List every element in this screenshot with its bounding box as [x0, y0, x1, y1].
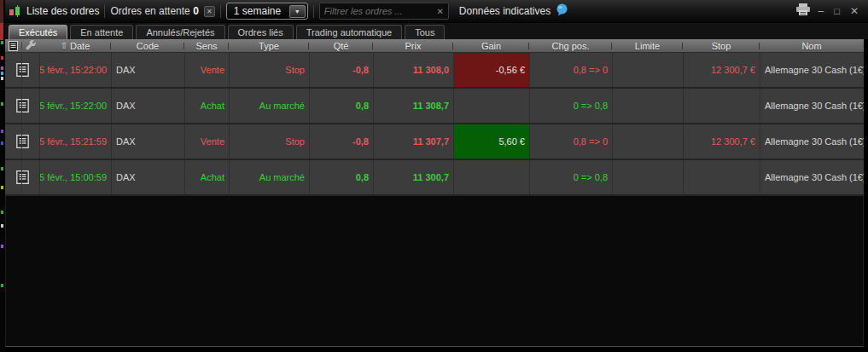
column-header-type[interactable]: Type — [229, 39, 309, 52]
cell-sens: Vente — [184, 53, 229, 87]
cell-code: DAX — [111, 53, 184, 87]
tab-bar: Exécutés En attente Annulés/Rejetés Ordr… — [0, 23, 868, 39]
pending-orders-label: Ordres en attente 0 — [110, 5, 198, 17]
cell-nom: Allemagne 30 Cash (1€) — [760, 160, 864, 194]
document-icon[interactable] — [5, 160, 39, 194]
filter-input[interactable] — [324, 6, 437, 16]
clear-filter-icon[interactable]: ✕ — [436, 7, 443, 16]
window-left-edge — [0, 0, 5, 352]
cell-prix: 11 308,7 — [373, 89, 453, 123]
cell-stop: 12 300,7 € — [683, 53, 760, 87]
cell-nom: Allemagne 30 Cash (1€) — [760, 53, 864, 87]
cell-sens: Achat — [184, 89, 229, 123]
divider — [104, 5, 105, 18]
tab-tous[interactable]: Tous — [405, 25, 445, 39]
empty-table-area — [5, 196, 864, 347]
cell-prix: 11 308,0 — [373, 53, 453, 87]
table-row[interactable]: 5 févr., 15:00:59 DAX Achat Au marché 0,… — [5, 160, 864, 196]
tab-ordres-lies[interactable]: Ordres liés — [228, 25, 294, 39]
cell-gain — [453, 89, 529, 123]
column-header-gain[interactable]: Gain — [453, 39, 529, 52]
cell-code: DAX — [111, 160, 184, 194]
column-header-code[interactable]: Code — [111, 39, 184, 52]
cell-gain — [453, 160, 529, 194]
cell-type: Au marché — [229, 89, 309, 123]
column-header-prix[interactable]: Prix — [373, 39, 453, 52]
column-header-limite[interactable]: Limite — [612, 39, 683, 52]
document-icon[interactable] — [5, 53, 39, 87]
tab-executes[interactable]: Exécutés — [9, 25, 67, 39]
cell-nom: Allemagne 30 Cash (1€) — [760, 124, 864, 159]
filter-input-wrap: ✕ — [319, 3, 449, 20]
cell-code: DAX — [111, 89, 184, 123]
document-icon[interactable] — [5, 89, 39, 123]
divider — [313, 5, 314, 18]
maximize-button[interactable]: □ — [831, 7, 842, 16]
cell-prix: 11 307,7 — [373, 124, 453, 159]
cell-qte: -0,8 — [309, 124, 373, 159]
cell-type: Stop — [229, 124, 309, 159]
cell-type: Stop — [229, 53, 309, 87]
column-header-chg-pos[interactable]: Chg pos. — [529, 39, 612, 52]
cell-chg-pos: 0,8 => 0 — [529, 53, 612, 87]
window-title: Liste des ordres — [26, 5, 99, 17]
cell-date: 5 févr., 15:00:59 — [39, 160, 111, 194]
chevron-down-icon[interactable]: ▼ — [289, 5, 306, 18]
cell-qte: -0,8 — [309, 53, 373, 87]
cell-stop — [683, 160, 760, 194]
cell-gain: 5,60 € — [453, 124, 529, 159]
cell-stop — [683, 89, 760, 123]
minimize-button[interactable]: – — [816, 6, 827, 16]
cell-chg-pos: 0 => 0,8 — [529, 89, 612, 123]
tab-trading-automatique[interactable]: Trading automatique — [296, 25, 403, 39]
cell-stop: 12 300,7 € — [683, 124, 760, 159]
cell-qte: 0,8 — [309, 89, 373, 123]
table-row[interactable]: 5 févr., 15:22:00 DAX Vente Stop -0,8 11… — [5, 53, 864, 89]
divider — [220, 5, 221, 18]
cell-code: DAX — [111, 124, 184, 159]
indicative-data-label: Données indicatives — [459, 5, 551, 17]
print-icon[interactable] — [795, 3, 811, 20]
document-icon — [9, 41, 18, 51]
tab-en-attente[interactable]: En attente — [70, 25, 133, 39]
cell-gain: -0,56 € — [453, 53, 529, 87]
cell-qte: 0,8 — [309, 160, 373, 194]
cell-date: 5 févr., 15:22:00 — [39, 89, 111, 123]
divider — [21, 42, 22, 49]
column-header-date[interactable]: ⇧Date — [39, 39, 111, 52]
sort-ascending-icon: ⇧ — [61, 41, 67, 50]
close-button[interactable]: ✕ — [848, 6, 861, 16]
column-header-qte[interactable]: Qté — [309, 39, 373, 52]
chat-bubble-icon — [556, 3, 568, 20]
table-header: ⇧Date Code Sens Type Qté Prix Gain Chg p… — [5, 39, 864, 53]
cell-sens: Vente — [184, 124, 229, 159]
header-icons — [5, 39, 39, 52]
table-row[interactable]: 5 févr., 15:22:00 DAX Achat Au marché 0,… — [5, 89, 864, 124]
pending-clear-icon[interactable]: ✕ — [204, 6, 215, 17]
cell-date: 5 févr., 15:22:00 — [39, 53, 111, 87]
cell-limite — [612, 160, 683, 194]
cell-sens: Achat — [184, 160, 229, 194]
period-dropdown-value: 1 semaine — [234, 5, 281, 17]
titlebar: Liste des ordres Ordres en attente 0 ✕ 1… — [0, 0, 868, 23]
cell-date: 5 févr., 15:21:59 — [39, 124, 111, 159]
cell-type: Au marché — [229, 160, 309, 194]
wrench-icon[interactable] — [26, 40, 37, 51]
cell-limite — [612, 53, 683, 87]
pending-orders-count: 0 — [193, 5, 199, 17]
cell-nom: Allemagne 30 Cash (1€) — [760, 89, 864, 123]
orders-window: Liste des ordres Ordres en attente 0 ✕ 1… — [0, 0, 868, 352]
tab-annules-rejetes[interactable]: Annulés/Rejetés — [136, 25, 224, 39]
period-dropdown[interactable]: 1 semaine ▼ — [226, 3, 308, 20]
cell-limite — [612, 89, 683, 123]
cell-prix: 11 300,7 — [373, 160, 453, 194]
column-header-nom[interactable]: Nom — [760, 39, 864, 52]
document-icon[interactable] — [5, 124, 39, 159]
column-header-sens[interactable]: Sens — [184, 39, 229, 52]
cell-chg-pos: 0 => 0,8 — [529, 160, 612, 194]
cell-chg-pos: 0,8 => 0 — [529, 124, 612, 159]
table-row[interactable]: 5 févr., 15:21:59 DAX Vente Stop -0,8 11… — [5, 124, 864, 160]
cell-limite — [612, 124, 683, 159]
column-header-stop[interactable]: Stop — [683, 39, 760, 52]
candlestick-icon — [8, 4, 21, 18]
